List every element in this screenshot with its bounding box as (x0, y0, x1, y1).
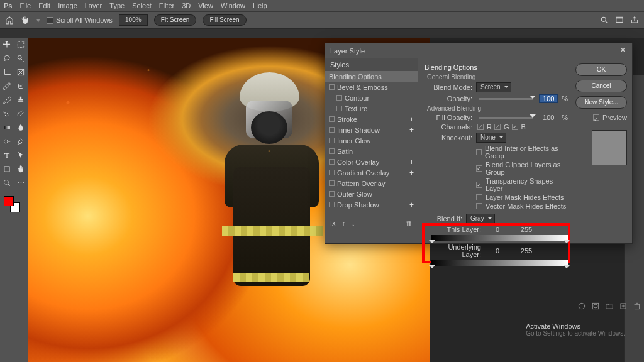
menu-help[interactable]: Help (253, 2, 267, 9)
menu-file[interactable]: File (19, 2, 31, 9)
ok-button[interactable]: OK (575, 63, 627, 76)
crop-tool[interactable] (0, 65, 14, 79)
blend-mode-dropdown[interactable]: Screen (476, 82, 511, 92)
menu-edit[interactable]: Edit (38, 2, 50, 9)
arrow-down-icon[interactable]: ↓ (352, 219, 355, 227)
path-select-tool[interactable] (14, 148, 28, 162)
style-inner-glow[interactable]: Inner Glow (325, 135, 418, 146)
zoom-tool[interactable] (0, 176, 14, 190)
foreground-color-swatch[interactable] (4, 196, 14, 206)
style-blending-options[interactable]: Blending Options (325, 71, 418, 82)
blur-tool[interactable] (14, 121, 28, 134)
frame-tool[interactable] (14, 65, 28, 79)
menu-select[interactable]: Select (132, 2, 152, 9)
add-icon[interactable]: + (409, 126, 414, 134)
blend-interior-checkbox[interactable]: Blend Interior Effects as Group (476, 145, 568, 160)
mask-icon[interactable] (591, 302, 600, 310)
fit-screen-button[interactable]: Fit Screen (154, 14, 197, 26)
fill-opacity-slider[interactable] (479, 117, 533, 119)
new-style-button[interactable]: New Style... (575, 96, 627, 109)
add-icon[interactable]: + (409, 115, 414, 124)
cancel-button[interactable]: Cancel (575, 80, 627, 92)
opacity-slider[interactable] (479, 98, 533, 100)
zoom-field[interactable]: 100% (119, 14, 148, 26)
underlying-ramp[interactable] (431, 260, 568, 266)
this-layer-ramp[interactable] (431, 235, 568, 241)
hand-tool-icon[interactable] (20, 15, 30, 25)
style-contour[interactable]: Contour (325, 92, 418, 103)
style-pattern-overlay[interactable]: Pattern Overlay (325, 178, 418, 189)
blend-if-dropdown[interactable]: Gray (466, 214, 495, 224)
delete-icon[interactable] (633, 302, 641, 310)
stamp-tool[interactable] (14, 93, 28, 107)
tools-panel: ⋯ (0, 38, 28, 362)
style-color-overlay[interactable]: Color Overlay+ (325, 156, 418, 167)
transparency-shapes-checkbox[interactable]: Transparency Shapes Layer (476, 177, 568, 192)
marquee-tool[interactable] (14, 38, 28, 52)
style-inner-shadow[interactable]: Inner Shadow+ (325, 124, 418, 135)
close-icon[interactable]: ✕ (618, 47, 627, 55)
dodge-tool[interactable] (0, 134, 14, 148)
new-group-icon[interactable] (605, 302, 614, 310)
panel-dock-icons (577, 302, 641, 310)
fx-icon[interactable]: fx (330, 219, 336, 227)
knockout-dropdown[interactable]: None (476, 133, 506, 143)
this-layer-high: 255 (514, 226, 539, 233)
styles-list: Styles Blending Options Bevel & Emboss C… (325, 58, 418, 229)
history-brush-tool[interactable] (0, 107, 14, 121)
lasso-tool[interactable] (0, 52, 14, 65)
adjustment-icon[interactable] (577, 302, 586, 310)
fill-screen-button[interactable]: Fill Screen (203, 14, 246, 26)
menu-view[interactable]: View (198, 2, 213, 9)
svg-point-3 (18, 55, 21, 59)
add-icon[interactable]: + (409, 158, 414, 167)
style-texture[interactable]: Texture (325, 103, 418, 114)
underlying-low: 0 (485, 247, 510, 255)
add-icon[interactable]: + (409, 200, 414, 209)
gradient-tool[interactable] (0, 121, 14, 134)
vector-mask-hides-checkbox[interactable]: Vector Mask Hides Effects (476, 202, 568, 210)
channel-r-checkbox[interactable]: R (477, 123, 492, 131)
channel-b-checkbox[interactable]: B (512, 123, 526, 131)
preview-checkbox[interactable]: Preview (593, 114, 627, 121)
menu-window[interactable]: Window (221, 2, 245, 9)
brush-tool[interactable] (0, 93, 14, 107)
move-tool[interactable] (0, 38, 14, 52)
search-icon[interactable] (600, 16, 609, 25)
menu-image[interactable]: Image (58, 2, 77, 9)
share-icon[interactable] (630, 16, 639, 25)
style-gradient-overlay[interactable]: Gradient Overlay+ (325, 167, 418, 178)
healing-tool[interactable] (14, 79, 28, 93)
menu-filter[interactable]: Filter (159, 2, 174, 9)
fill-opacity-field[interactable]: 100 (539, 114, 558, 121)
eyedropper-tool[interactable] (0, 79, 14, 93)
blending-options-panel: Blending Options General Blending Blend … (418, 58, 574, 229)
style-bevel[interactable]: Bevel & Emboss (325, 82, 418, 92)
channel-g-checkbox[interactable]: G (494, 123, 509, 131)
trash-icon[interactable]: 🗑 (406, 219, 413, 227)
menu-type[interactable]: Type (109, 2, 125, 9)
home-icon[interactable] (5, 16, 14, 25)
opacity-field[interactable]: 100 (539, 94, 558, 103)
pen-tool[interactable] (14, 134, 28, 148)
new-layer-icon[interactable] (619, 302, 628, 310)
edit-toolbar[interactable]: ⋯ (14, 176, 28, 190)
layer-mask-hides-checkbox[interactable]: Layer Mask Hides Effects (476, 194, 568, 201)
style-outer-glow[interactable]: Outer Glow (325, 189, 418, 199)
eraser-tool[interactable] (14, 107, 28, 121)
blend-clipped-checkbox[interactable]: Blend Clipped Layers as Group (476, 161, 568, 176)
quick-select-tool[interactable] (14, 52, 28, 65)
menu-3d[interactable]: 3D (182, 2, 191, 9)
style-satin[interactable]: Satin (325, 146, 418, 156)
color-swatches[interactable] (0, 192, 28, 220)
arrow-up-icon[interactable]: ↑ (342, 219, 346, 227)
style-drop-shadow[interactable]: Drop Shadow+ (325, 199, 418, 210)
style-stroke[interactable]: Stroke+ (325, 114, 418, 124)
hand-tool[interactable] (14, 162, 28, 176)
menu-layer[interactable]: Layer (85, 2, 103, 9)
shape-tool[interactable] (0, 162, 14, 176)
scroll-all-windows-checkbox[interactable]: Scroll All Windows (47, 16, 113, 25)
workspace-icon[interactable] (615, 16, 624, 25)
type-tool[interactable] (0, 148, 14, 162)
add-icon[interactable]: + (409, 168, 414, 177)
